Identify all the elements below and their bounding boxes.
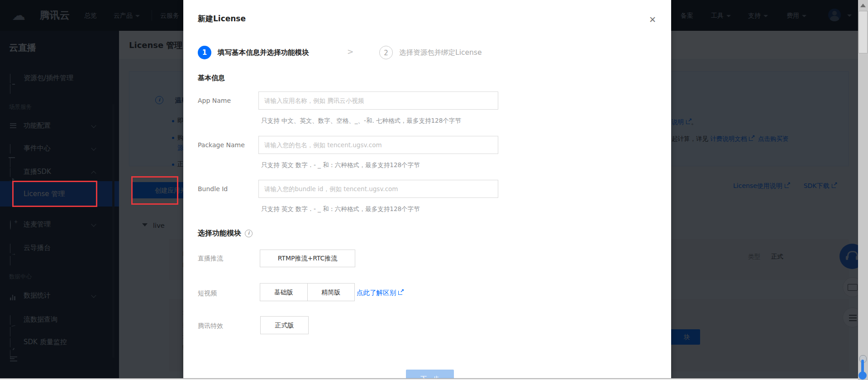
bundle-id-label: Bundle Id [198,185,228,192]
live-push-label: 直播推流 [198,255,223,263]
package-name-help: 只支持 英文 数字 . - _ 和 : 六种格式，最多支持128个字节 [261,161,420,169]
app-name-help: 只支持 中文、英文、数字、空格、_、-和. 七种格式，最多支持128个字节 [261,117,461,125]
effect-label: 腾讯特效 [198,322,223,330]
annotation-box-create-button [131,176,178,205]
vertical-scrollbar[interactable] [858,0,868,380]
step-2-label: 选择资源包并绑定License [399,48,482,58]
app-name-input[interactable] [258,91,498,110]
modal-title: 新建License [198,14,246,24]
package-name-input[interactable] [258,136,498,154]
new-license-modal: 新建License ✕ 1 填写基本信息并选择功能模块 > 2 选择资源包并绑定… [183,0,671,380]
step-1-circle: 1 [198,46,211,59]
difference-link-row: 点此了解区别 [357,289,403,297]
bottom-scrollbar-strip [0,378,868,380]
scrollbar-thumb[interactable] [858,11,868,53]
short-video-option-group: 基础版 精简版 [260,283,355,301]
annotation-box-license-menu [12,181,97,207]
difference-link[interactable]: 点此了解区别 [357,289,396,296]
close-icon[interactable]: ✕ [646,13,659,26]
short-video-label: 短视频 [198,289,217,298]
rtmp-rtc-option-button[interactable]: RTMP推流+RTC推流 [260,250,355,267]
step-1-label: 填写基本信息并选择功能模块 [218,48,309,58]
package-name-label: Package Name [198,141,245,149]
external-link-icon [398,290,403,295]
lite-version-option[interactable]: 精简版 [307,284,355,301]
scroll-up-arrow-icon[interactable] [860,4,866,7]
basic-info-heading: 基本信息 [198,74,225,82]
basic-version-option[interactable]: 基础版 [260,284,307,301]
module-heading: 选择功能模块 [198,229,253,238]
official-version-option[interactable]: 正式版 [260,316,309,334]
info-icon[interactable] [245,230,253,237]
app-name-label: App Name [198,97,231,104]
mouse-cursor-pin [855,355,868,380]
bundle-id-input[interactable] [258,180,498,198]
step-separator-icon: > [347,47,353,56]
step-2-circle: 2 [379,46,393,59]
bundle-id-help: 只支持 英文 数字 . - _ 和 : 六种格式，最多支持128个字节 [261,205,420,213]
